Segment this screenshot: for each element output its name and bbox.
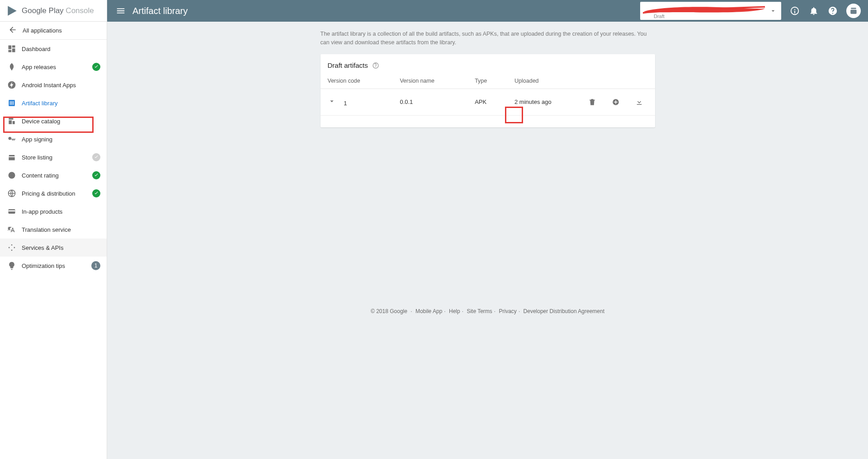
count-badge: 1 <box>91 261 100 270</box>
api-icon <box>7 243 16 252</box>
add-icon[interactable] <box>609 95 623 109</box>
check-icon <box>92 153 100 161</box>
rating-icon <box>7 171 16 180</box>
page-title: Artifact library <box>132 6 188 16</box>
sidebar-item-app-signing[interactable]: App signing <box>0 130 107 148</box>
check-icon <box>92 63 100 71</box>
sidebar-item-label: Pricing & distribution <box>22 190 75 197</box>
sidebar-item-label: Optimization tips <box>22 262 65 269</box>
sidebar-item-label: Services & APIs <box>22 244 63 251</box>
sidebar-item-content-rating[interactable]: Content rating <box>0 166 107 184</box>
sidebar-item-label: Android Instant Apps <box>22 82 76 89</box>
expand-row-icon[interactable] <box>328 97 336 105</box>
cell-version-name: 0.0.1 <box>400 98 413 105</box>
section-help-icon[interactable] <box>372 61 380 70</box>
page-description: The artifact library is a collection of … <box>321 30 655 47</box>
sidebar-item-artifact-library[interactable]: Artifact library <box>0 94 107 112</box>
sidebar-item-label: Translation service <box>22 226 71 233</box>
sidebar-item-instant-apps[interactable]: Android Instant Apps <box>0 76 107 94</box>
sidebar-item-label: Store listing <box>22 154 52 161</box>
cell-version-code: 1 <box>344 100 347 107</box>
key-icon <box>7 135 16 144</box>
sidebar-item-label: In-app products <box>22 208 62 215</box>
sidebar-item-pricing[interactable]: Pricing & distribution <box>0 184 107 202</box>
bulb-icon <box>7 261 16 270</box>
library-icon <box>7 98 16 108</box>
back-all-apps[interactable]: All applications <box>0 22 107 40</box>
sidebar-item-label: Content rating <box>22 172 59 179</box>
devices-icon <box>7 117 16 126</box>
bolt-icon <box>7 80 16 89</box>
sidebar: All applications Dashboard App releases … <box>0 22 107 459</box>
sidebar-item-dashboard[interactable]: Dashboard <box>0 40 107 58</box>
header-bar: Google Play Console Artifact library Dra… <box>0 0 868 22</box>
sidebar-item-in-app-products[interactable]: In-app products <box>0 202 107 220</box>
info-icon[interactable] <box>789 5 800 16</box>
svg-rect-2 <box>851 8 856 9</box>
sidebar-item-label: App signing <box>22 136 52 143</box>
sidebar-item-store-listing[interactable]: Store listing <box>0 148 107 166</box>
main-content: The artifact library is a collection of … <box>107 22 868 459</box>
check-icon <box>92 171 100 179</box>
footer-link[interactable]: Site Terms <box>467 308 492 314</box>
artifacts-table: Version code Version name Type Uploaded <box>321 73 655 116</box>
sidebar-item-app-releases[interactable]: App releases <box>0 58 107 76</box>
back-label: All applications <box>23 27 62 34</box>
cell-type: APK <box>475 98 486 105</box>
footer-link[interactable]: Privacy <box>499 308 517 314</box>
bell-icon[interactable] <box>808 5 819 16</box>
col-type: Type <box>475 73 514 89</box>
sidebar-item-label: Dashboard <box>22 46 51 52</box>
col-version-code: Version code <box>321 73 400 89</box>
play-logo-icon <box>6 5 18 17</box>
sidebar-item-device-catalog[interactable]: Device catalog <box>0 112 107 130</box>
sidebar-item-label: Device catalog <box>22 118 60 125</box>
globe-icon <box>7 189 16 198</box>
svg-point-5 <box>9 172 15 179</box>
check-icon <box>92 189 100 197</box>
arrow-left-icon <box>8 25 17 36</box>
svg-rect-8 <box>9 211 15 212</box>
brand-text: Google Play Console <box>22 6 94 15</box>
card-icon <box>7 207 16 216</box>
help-icon[interactable] <box>827 5 838 16</box>
redacted-annotation <box>643 5 766 15</box>
col-uploaded: Uploaded <box>514 73 585 89</box>
section-title: Draft artifacts <box>328 61 368 69</box>
footer-link[interactable]: Help <box>449 308 460 314</box>
footer-copyright: © 2018 Google <box>371 308 407 314</box>
avatar[interactable] <box>846 4 861 18</box>
delete-icon[interactable] <box>585 95 599 109</box>
translate-icon <box>7 225 16 234</box>
sidebar-item-optimization-tips[interactable]: Optimization tips 1 <box>0 257 107 275</box>
sidebar-item-translation[interactable]: Translation service <box>0 220 107 239</box>
svg-rect-3 <box>850 10 856 14</box>
footer-link[interactable]: Mobile App <box>415 308 442 314</box>
page-footer: © 2018 Google · Mobile App· Help· Site T… <box>321 308 655 314</box>
rocket-icon <box>7 62 16 71</box>
col-version-name: Version name <box>400 73 475 89</box>
svg-marker-0 <box>8 6 17 16</box>
hamburger-icon[interactable] <box>115 5 126 16</box>
footer-link[interactable]: Developer Distribution Agreement <box>524 308 604 314</box>
download-icon[interactable] <box>632 95 646 109</box>
chevron-down-icon <box>769 7 777 16</box>
sidebar-item-services-apis[interactable]: Services & APIs <box>0 239 107 257</box>
dashboard-icon <box>7 44 16 53</box>
draft-artifacts-card: Draft artifacts Version code Version nam… <box>321 54 655 127</box>
cell-uploaded: 2 minutes ago <box>514 98 552 105</box>
sidebar-item-label: Artifact library <box>22 100 57 107</box>
sidebar-item-label: App releases <box>22 64 56 70</box>
app-selector[interactable]: Draft <box>640 2 781 20</box>
table-row: 1 0.0.1 APK 2 minutes ago <box>321 89 655 115</box>
brand-logo[interactable]: Google Play Console <box>0 0 107 22</box>
store-icon <box>7 153 16 162</box>
